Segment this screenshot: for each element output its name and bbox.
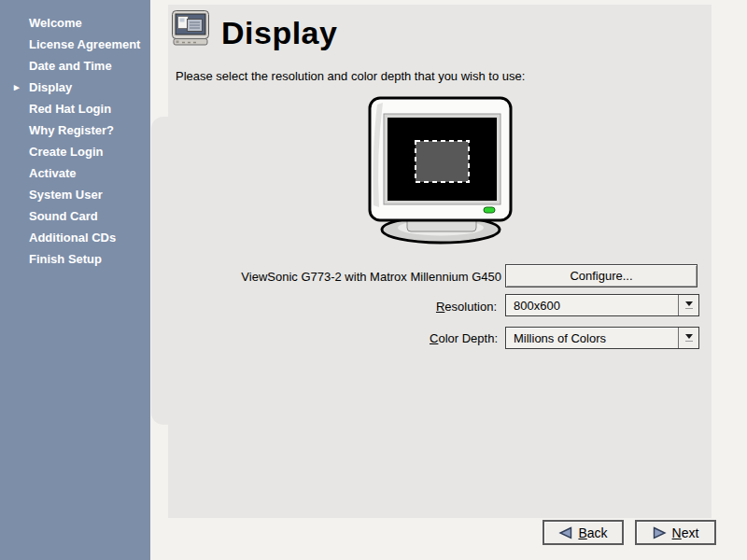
sidebar-item-label: Finish Setup <box>29 252 102 266</box>
color-depth-dropdown-button[interactable] <box>678 328 698 348</box>
setup-steps-list: Welcome License Agreement Date and Time … <box>0 0 150 270</box>
sidebar-item-system-user[interactable]: System User <box>0 184 150 205</box>
chevron-down-icon <box>685 334 693 339</box>
sidebar-item-label: Display <box>29 80 72 94</box>
sidebar-item-label: System User <box>29 188 103 202</box>
sidebar-item-red-hat-login[interactable]: Red Hat Login <box>0 98 150 119</box>
configure-button[interactable]: Configure... <box>505 264 698 287</box>
sidebar-item-sound-card[interactable]: Sound Card <box>0 205 150 227</box>
firstboot-window: Welcome License Agreement Date and Time … <box>0 0 747 560</box>
sidebar-item-label: Sound Card <box>29 209 98 223</box>
chevron-down-icon <box>685 301 693 306</box>
color-depth-label: Color Depth: <box>430 331 498 345</box>
sidebar-item-label: Welcome <box>29 16 82 30</box>
sidebar-item-why-register[interactable]: Why Register? <box>0 119 150 141</box>
sidebar-item-activate[interactable]: Activate <box>0 162 150 184</box>
power-led <box>484 207 495 213</box>
hardware-description-label: ViewSonic G773-2 with Matrox Millennium … <box>241 270 501 284</box>
sidebar-item-label: Why Register? <box>29 123 114 137</box>
resolution-dropdown-button[interactable] <box>678 295 698 315</box>
sidebar-item-label: Additional CDs <box>29 231 116 245</box>
dropdown-dash-icon <box>685 341 693 342</box>
sidebar-item-welcome[interactable]: Welcome <box>0 12 150 34</box>
next-arrow-icon <box>653 526 667 539</box>
sidebar-item-label: Red Hat Login <box>29 102 111 116</box>
color-depth-dropdown[interactable]: Millions of Colors <box>505 327 699 349</box>
sidebar-item-display[interactable]: ▸ Display <box>0 77 150 98</box>
sidebar-item-label: License Agreement <box>29 37 140 51</box>
back-button[interactable]: Back <box>543 520 624 545</box>
active-step-arrow-icon: ▸ <box>14 82 20 92</box>
sidebar-item-label: Date and Time <box>29 59 112 73</box>
back-arrow-icon <box>558 526 572 539</box>
sidebar-item-finish-setup[interactable]: Finish Setup <box>0 248 150 270</box>
display-settings-icon <box>171 9 210 47</box>
dropdown-dash-icon <box>685 308 693 309</box>
sidebar-item-label: Create Login <box>29 145 103 159</box>
next-button[interactable]: Next <box>635 520 716 545</box>
next-button-label: Next <box>672 525 699 540</box>
color-depth-value: Millions of Colors <box>506 328 678 348</box>
resolution-label: Resolution: <box>436 300 497 314</box>
sidebar-item-create-login[interactable]: Create Login <box>0 141 150 162</box>
monitor-illustration <box>364 93 521 247</box>
resolution-value: 747x560 <box>506 295 678 315</box>
back-button-label: Back <box>578 525 607 540</box>
sidebar-item-date-and-time[interactable]: Date and Time <box>0 55 150 77</box>
configure-button-label: Configure... <box>570 269 632 283</box>
page-title: Display <box>221 15 337 51</box>
sidebar-item-label: Activate <box>29 166 77 180</box>
sidebar-item-additional-cds[interactable]: Additional CDs <box>0 227 150 248</box>
sidebar-item-license-agreement[interactable]: License Agreement <box>0 34 150 55</box>
instruction-text: Please select the resolution and color d… <box>176 69 525 83</box>
setup-steps-sidebar: Welcome License Agreement Date and Time … <box>0 0 150 560</box>
screen-area-selection <box>416 141 469 182</box>
resolution-dropdown[interactable]: 747x560 <box>505 294 699 316</box>
